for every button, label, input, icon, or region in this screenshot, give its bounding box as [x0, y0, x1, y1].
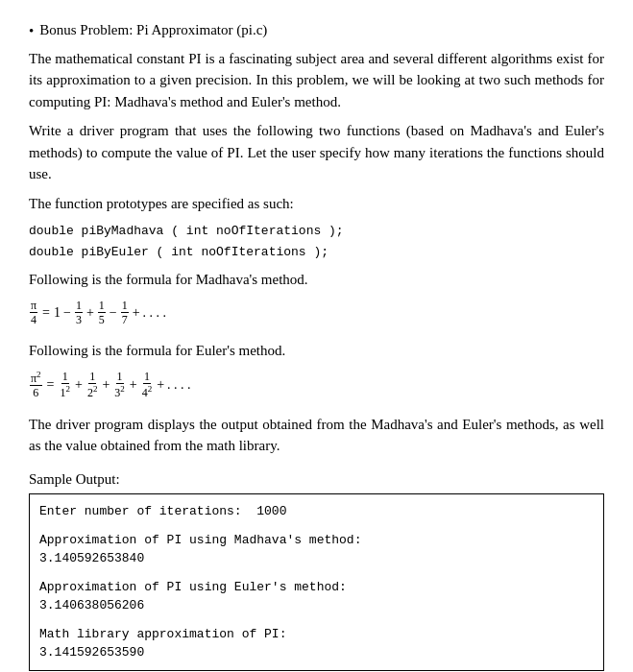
box-line-0: Enter number of iterations: 1000	[39, 502, 594, 521]
box-line-5: Approximation of PI using Euler's method…	[39, 578, 594, 597]
sample-output-title: Sample Output:	[29, 468, 604, 491]
bullet-dot: •	[29, 20, 34, 42]
sample-output-box: Enter number of iterations: 1000 Approxi…	[29, 493, 604, 671]
box-line-2: Approximation of PI using Madhava's meth…	[39, 531, 594, 550]
code-line-2: double piByEuler ( int noOfIterations );	[29, 243, 604, 262]
paragraph-4: Following is the formula for Madhava's m…	[29, 269, 604, 291]
madhava-formula: π4 = 1 − 13 + 15 − 17 + . . . .	[29, 299, 604, 327]
paragraph-6: The driver program displays the output o…	[29, 414, 604, 457]
code-block: double piByMadhava ( int noOfIterations …	[29, 222, 604, 261]
box-line-3: 3.140592653840	[39, 549, 594, 568]
code-line-1: double piByMadhava ( int noOfIterations …	[29, 222, 604, 241]
box-line-8: Math library approximation of PI:	[39, 625, 594, 644]
box-line-9: 3.141592653590	[39, 643, 594, 662]
box-line-6: 3.140638056206	[39, 596, 594, 615]
paragraph-5: Following is the formula for Euler's met…	[29, 340, 604, 362]
box-blank-1	[39, 521, 594, 531]
paragraph-2: Write a driver program that uses the fol…	[29, 120, 604, 185]
box-blank-2	[39, 568, 594, 578]
bullet-header: • Bonus Problem: Pi Approximator (pi.c)	[29, 19, 604, 42]
euler-formula: π2 6 = 1 12 + 1 22 + 1 32 + 1 42 +	[29, 370, 604, 400]
bullet-title: Bonus Problem: Pi Approximator (pi.c)	[39, 19, 267, 41]
paragraph-3: The function prototypes are specified as…	[29, 193, 604, 215]
box-blank-3	[39, 615, 594, 625]
paragraph-1: The mathematical constant PI is a fascin…	[29, 48, 604, 113]
